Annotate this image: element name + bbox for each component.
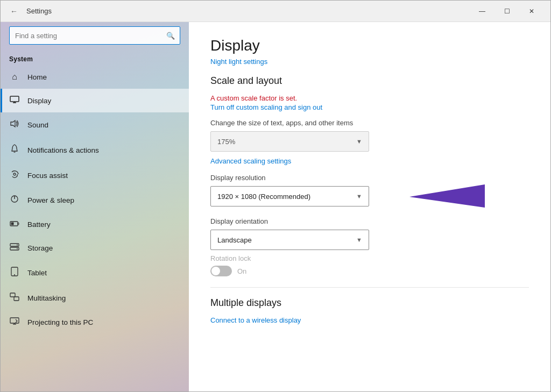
sidebar-item-projecting-label: Projecting to this PC	[27, 318, 93, 326]
resolution-chevron-icon: ▼	[356, 193, 362, 199]
svg-rect-19	[10, 318, 19, 323]
sidebar-item-power-label: Power & sleep	[27, 196, 74, 204]
sidebar-item-storage[interactable]: Storage	[1, 236, 189, 260]
sidebar-item-multitasking[interactable]: Multitasking	[1, 286, 189, 310]
sidebar-item-focus-label: Focus assist	[27, 172, 68, 180]
svg-point-5	[13, 173, 16, 175]
scale-value: 175%	[217, 138, 235, 146]
svg-point-14	[17, 248, 18, 250]
sidebar-item-storage-label: Storage	[27, 244, 53, 252]
battery-icon	[9, 219, 20, 229]
projecting-icon	[9, 317, 20, 327]
power-icon	[9, 195, 20, 205]
resolution-dropdown[interactable]: 1920 × 1080 (Recommended) ▼	[210, 186, 369, 206]
main-panel: Display Night light settings Scale and l…	[189, 22, 550, 391]
sidebar-item-sound[interactable]: Sound	[1, 112, 189, 137]
connect-wireless-link[interactable]: Connect to a wireless display	[210, 316, 529, 324]
focus-icon	[9, 170, 20, 181]
search-box: 🔍	[9, 26, 180, 45]
turn-off-scaling-link[interactable]: Turn off custom scaling and sign out	[210, 103, 529, 111]
sidebar-item-power[interactable]: Power & sleep	[1, 188, 189, 212]
svg-rect-10	[11, 223, 14, 225]
tablet-icon	[9, 267, 20, 279]
close-button[interactable]: ✕	[519, 1, 544, 22]
svg-rect-9	[18, 223, 19, 225]
sidebar-item-projecting[interactable]: Projecting to this PC	[1, 310, 189, 334]
section-divider	[210, 287, 529, 288]
system-section-label: System	[1, 51, 189, 65]
sidebar-item-home-label: Home	[27, 73, 47, 81]
toggle-knob	[211, 267, 220, 275]
sidebar: 🔍 System ⌂ Home Display	[1, 22, 189, 391]
advanced-scaling-link[interactable]: Advanced scaling settings	[210, 157, 529, 165]
storage-icon	[9, 243, 20, 253]
multiple-displays-section: Multiple displays	[210, 297, 529, 309]
sidebar-item-display-label: Display	[27, 97, 51, 105]
sidebar-item-battery[interactable]: Battery	[1, 212, 189, 236]
scale-chevron-icon: ▼	[356, 138, 362, 145]
rotation-lock-section: Rotation lock On	[210, 254, 529, 276]
svg-point-13	[17, 245, 18, 246]
sidebar-item-notifications-label: Notifications & actions	[27, 146, 99, 154]
search-input[interactable]	[9, 26, 180, 45]
change-size-label: Change the size of text, apps, and other…	[210, 119, 529, 127]
sidebar-item-display[interactable]: Display	[1, 89, 189, 112]
resolution-value: 1920 × 1080 (Recommended)	[217, 193, 310, 201]
home-icon: ⌂	[9, 72, 20, 82]
sidebar-item-home[interactable]: ⌂ Home	[1, 65, 189, 89]
sidebar-item-multitasking-label: Multitasking	[27, 294, 66, 302]
titlebar: ← Settings — ☐ ✕	[1, 1, 550, 22]
svg-rect-18	[14, 297, 19, 301]
svg-marker-22	[409, 184, 485, 208]
titlebar-title: Settings	[26, 7, 52, 15]
multitasking-icon	[9, 293, 20, 303]
display-icon	[9, 96, 20, 105]
orientation-value: Landscape	[217, 236, 252, 244]
minimize-button[interactable]: —	[470, 1, 495, 22]
sidebar-item-battery-label: Battery	[27, 220, 51, 229]
titlebar-controls: — ☐ ✕	[470, 1, 544, 22]
svg-point-16	[14, 274, 15, 275]
orientation-dropdown[interactable]: Landscape ▼	[210, 230, 369, 250]
back-button[interactable]: ←	[7, 6, 21, 17]
display-resolution-label: Display resolution	[210, 174, 529, 182]
scale-dropdown[interactable]: 175% ▼	[210, 131, 369, 152]
svg-rect-0	[10, 96, 19, 102]
night-light-link[interactable]: Night light settings	[210, 58, 529, 66]
page-title: Display	[210, 37, 529, 54]
rotation-toggle-row: On	[210, 266, 529, 276]
arrow-annotation	[366, 182, 490, 213]
scale-layout-section: Scale and layout	[210, 75, 529, 87]
settings-window: ← Settings — ☐ ✕ 🔍 System ⌂ Home	[0, 0, 551, 392]
rotation-on-label: On	[237, 267, 246, 275]
sidebar-item-tablet-label: Tablet	[27, 269, 47, 277]
sound-icon	[9, 119, 20, 130]
maximize-button[interactable]: ☐	[495, 1, 519, 22]
svg-rect-17	[10, 293, 15, 297]
rotation-lock-label: Rotation lock	[210, 254, 529, 262]
sidebar-item-sound-label: Sound	[27, 121, 48, 129]
sidebar-item-tablet[interactable]: Tablet	[1, 260, 189, 286]
display-orientation-label: Display orientation	[210, 217, 529, 225]
titlebar-left: ← Settings	[7, 6, 52, 17]
search-icon: 🔍	[166, 32, 175, 40]
notifications-icon	[9, 144, 20, 156]
sidebar-item-notifications[interactable]: Notifications & actions	[1, 137, 189, 163]
rotation-toggle[interactable]	[210, 266, 232, 276]
sidebar-item-focus[interactable]: Focus assist	[1, 163, 189, 188]
content-area: 🔍 System ⌂ Home Display	[1, 22, 550, 391]
orientation-chevron-icon: ▼	[356, 237, 362, 243]
svg-marker-3	[11, 120, 15, 127]
custom-scale-warning: A custom scale factor is set.	[210, 94, 529, 102]
